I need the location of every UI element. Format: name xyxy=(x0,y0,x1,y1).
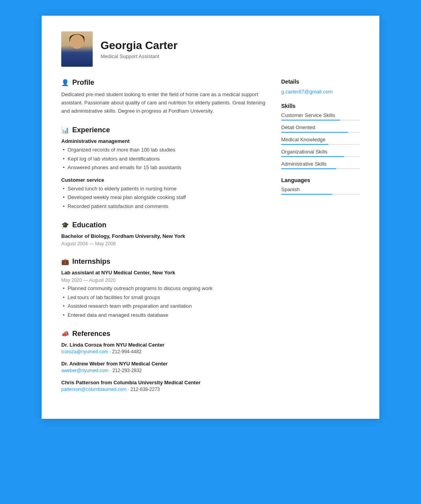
skill-3-bar xyxy=(281,144,360,145)
job-1-bullets: Organized records of more than 100 lab s… xyxy=(61,146,265,172)
experience-job-2: Customer service Served lunch to elderly… xyxy=(61,177,265,210)
skills-title: Skills xyxy=(281,103,360,109)
skills-section: Skills Customer Service Skills Detail Or… xyxy=(281,103,360,169)
job-1-title: Administrative management xyxy=(61,138,265,144)
skill-1-fill xyxy=(281,120,340,121)
internship-1-bullets: Planned community outreach programs to d… xyxy=(61,285,265,319)
internship-1-title: Lab assistant at NYU Medical Center, New… xyxy=(61,270,265,276)
reference-3: Chris Patterson from Columbia University… xyxy=(61,380,265,392)
skill-2: Detail Oriented xyxy=(281,124,360,133)
languages-title: Languages xyxy=(281,177,360,183)
references-title: 📣 References xyxy=(61,330,265,338)
list-item: Led tours of lab facilities for small gr… xyxy=(61,294,265,301)
education-item: Bachelor of Biology, Fordham University,… xyxy=(61,233,265,247)
list-item: Planned community outreach programs to d… xyxy=(61,285,265,292)
profile-section: 👤 Profile Dedicated pre-med student look… xyxy=(61,79,265,115)
skill-1-name: Customer Service Skills xyxy=(281,112,360,118)
header-text: Georgia Carter Medical Support Assistant xyxy=(101,39,178,59)
ref-1-separator: · xyxy=(110,349,112,354)
job-2-title: Customer service xyxy=(61,177,265,183)
skill-4: Organizational Skills xyxy=(281,149,360,157)
languages-section: Languages Spanish xyxy=(281,177,360,195)
list-item: Answered phones and emails for 15 lab as… xyxy=(61,164,265,172)
list-item: Developed weekly meal plan alongside coo… xyxy=(61,194,265,201)
ref-2-name: Dr. Andrew Weber from NYU Medical Center xyxy=(61,361,265,367)
ref-3-contact: patterson@columbiaumed.com · 212-638-227… xyxy=(61,387,265,392)
internship-1-dates: May 2020 — August 2020 xyxy=(61,278,265,283)
internships-icon: 💼 xyxy=(61,258,69,265)
job-title: Medical Support Assistant xyxy=(101,53,178,59)
education-title: 🎓 Education xyxy=(61,221,265,229)
left-column: 👤 Profile Dedicated pre-med student look… xyxy=(61,79,265,403)
skill-3-fill xyxy=(281,144,328,145)
main-content: 👤 Profile Dedicated pre-med student look… xyxy=(61,79,360,403)
references-icon: 📣 xyxy=(61,330,69,338)
ref-1-contact: lcoroza@nyumed.com · 212-994-4482 xyxy=(61,349,265,354)
experience-job-1: Administrative management Organized reco… xyxy=(61,138,265,172)
experience-icon: 📊 xyxy=(61,126,69,134)
ref-3-name: Chris Patterson from Columbia University… xyxy=(61,380,265,385)
degree-title: Bachelor of Biology, Fordham University,… xyxy=(61,233,265,239)
ref-3-phone: 212-638-2273 xyxy=(130,387,160,392)
skill-5-fill xyxy=(281,168,336,169)
experience-title: 📊 Experience xyxy=(61,126,265,134)
internships-title: 💼 Internships xyxy=(61,257,265,266)
resume-container: Georgia Carter Medical Support Assistant… xyxy=(42,16,379,419)
skill-1-bar xyxy=(281,120,360,121)
internships-section: 💼 Internships Lab assistant at NYU Medic… xyxy=(61,257,265,319)
list-item: Kept log of lab visitors and identificat… xyxy=(61,155,265,163)
skill-3-name: Medical Knowledge xyxy=(281,137,360,142)
internship-item-1: Lab assistant at NYU Medical Center, New… xyxy=(61,270,265,319)
ref-1-name: Dr. Linda Coroza from NYU Medical Center xyxy=(61,342,265,348)
name-heading: Georgia Carter xyxy=(101,39,178,52)
skill-2-name: Detail Oriented xyxy=(281,124,360,130)
list-item: Organized records of more than 100 lab s… xyxy=(61,146,265,154)
language-1: Spanish xyxy=(281,186,360,195)
language-1-fill xyxy=(281,194,332,195)
skill-2-fill xyxy=(281,132,348,133)
skill-5: Administrative Skills xyxy=(281,161,360,169)
right-column: Details g.carter87@gmail.com Skills Cust… xyxy=(281,79,360,403)
profile-text: Dedicated pre-med student looking to ent… xyxy=(61,91,265,115)
details-section: Details g.carter87@gmail.com xyxy=(281,79,360,95)
job-2-bullets: Served lunch to elderly patients in nurs… xyxy=(61,185,265,210)
ref-2-phone: 212-293-2832 xyxy=(112,368,142,373)
reference-1: Dr. Linda Coroza from NYU Medical Center… xyxy=(61,342,265,354)
skill-5-name: Administrative Skills xyxy=(281,161,360,167)
details-title: Details xyxy=(281,79,360,85)
ref-2-email[interactable]: aweber@nyumed.com xyxy=(61,368,108,373)
skill-4-name: Organizational Skills xyxy=(281,149,360,155)
header-section: Georgia Carter Medical Support Assistant xyxy=(61,31,360,67)
language-1-bar xyxy=(281,194,360,195)
list-item: Recorded patient satisfaction and commen… xyxy=(61,203,265,210)
skill-4-bar xyxy=(281,156,360,157)
experience-section: 📊 Experience Administrative management O… xyxy=(61,126,265,210)
ref-2-contact: aweber@nyumed.com · 212-293-2832 xyxy=(61,368,265,373)
ref-1-phone: 212-994-4482 xyxy=(112,349,142,354)
profile-title: 👤 Profile xyxy=(61,79,265,87)
degree-dates: August 2004 — May 2008 xyxy=(61,241,265,247)
list-item: Entered data and managed results databas… xyxy=(61,311,265,319)
avatar xyxy=(61,31,93,67)
skill-2-bar xyxy=(281,132,360,133)
skill-5-bar xyxy=(281,168,360,169)
list-item: Served lunch to elderly patients in nurs… xyxy=(61,185,265,193)
skill-4-fill xyxy=(281,156,344,157)
ref-1-email[interactable]: lcoroza@nyumed.com xyxy=(61,349,108,354)
education-icon: 🎓 xyxy=(61,221,69,229)
email-link[interactable]: g.carter87@gmail.com xyxy=(281,89,333,95)
list-item: Assisted research team with preparation … xyxy=(61,302,265,310)
language-1-name: Spanish xyxy=(281,186,360,192)
profile-icon: 👤 xyxy=(61,79,69,86)
reference-2: Dr. Andrew Weber from NYU Medical Center… xyxy=(61,361,265,373)
references-section: 📣 References Dr. Linda Coroza from NYU M… xyxy=(61,330,265,392)
skill-3: Medical Knowledge xyxy=(281,137,360,145)
education-section: 🎓 Education Bachelor of Biology, Fordham… xyxy=(61,221,265,247)
ref-3-email[interactable]: patterson@columbiaumed.com xyxy=(61,387,126,392)
skill-1: Customer Service Skills xyxy=(281,112,360,121)
